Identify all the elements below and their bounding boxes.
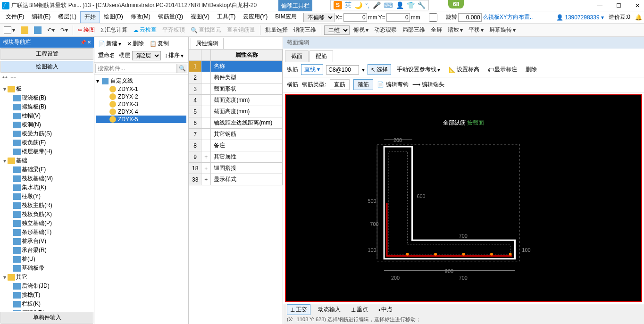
floor-select[interactable]: 第2层 <box>132 51 161 60</box>
shirt-icon[interactable]: 👕 <box>407 1 415 9</box>
tree-node[interactable]: 集水坑(K) <box>1 183 93 192</box>
collapse-all-icon[interactable]: ⁻⁻ <box>10 75 16 82</box>
rebar-3d-button[interactable]: 钢筋三维 <box>292 25 318 35</box>
tree-node[interactable]: 承台梁(R) <box>1 246 93 255</box>
property-row[interactable]: 9+其它属性 <box>189 151 283 163</box>
new-component-button[interactable]: 📄 新建▾ <box>96 39 123 49</box>
new-file-button[interactable]: ▾ <box>2 25 17 35</box>
tree-node[interactable]: ▾其它 <box>1 273 93 282</box>
save-file-button[interactable] <box>32 25 43 35</box>
component-instance-tree[interactable]: ▾自定义线ZDYX-1ZDYX-2ZDYX-3ZDYX-4ZDYX-5 <box>94 75 188 324</box>
line-type-select[interactable]: 直线 ▾ <box>301 64 323 75</box>
property-row[interactable]: 7其它钢筋 <box>189 129 283 140</box>
open-file-button[interactable] <box>19 25 30 35</box>
list-item[interactable]: ZDYX-3 <box>96 100 186 108</box>
ortho-button[interactable]: ⊥ 正交 <box>287 304 310 315</box>
layout-hint[interactable]: 么筏板XY方向布置.. <box>483 13 533 21</box>
dynamic-input-button[interactable]: 动态输入 <box>315 305 343 315</box>
tree-node[interactable]: 挑檐(T) <box>1 291 93 299</box>
menu-工具(T)[interactable]: 工具(T) <box>213 11 239 23</box>
tree-node[interactable]: 柱帽(V) <box>1 111 93 120</box>
tree-node[interactable]: 压顶(YD) <box>1 308 93 311</box>
delete-rebar-button[interactable]: 删除 <box>523 65 540 75</box>
view-rebar-button[interactable]: 查看钢筋量 <box>225 25 257 35</box>
tree-node[interactable]: 现浇板(B) <box>1 93 93 102</box>
tree-node[interactable]: 基础梁(F) <box>1 165 93 174</box>
tree-node[interactable]: 桩承台(V) <box>1 237 93 246</box>
rebar-spec-input[interactable] <box>326 65 359 75</box>
search-input[interactable] <box>95 64 177 73</box>
pan-button[interactable]: 平移▾ <box>467 25 485 35</box>
tree-node[interactable]: ▾板 <box>1 84 93 93</box>
section-tab[interactable]: 配筋 <box>309 50 333 62</box>
tree-node[interactable]: 筏板负筋(X) <box>1 210 93 219</box>
tree-node[interactable]: 板受力筋(S) <box>1 129 93 138</box>
single-component-button[interactable]: 单构件输入 <box>0 312 93 324</box>
punct-icon[interactable]: °, <box>365 1 370 9</box>
notification-badge[interactable]: 68 <box>448 0 464 8</box>
list-item[interactable]: ZDYX-2 <box>96 93 186 100</box>
mic-icon[interactable]: 🎤 <box>373 1 381 9</box>
rotate-input[interactable] <box>458 13 482 22</box>
tree-node[interactable]: 独立基础(P) <box>1 219 93 228</box>
wrench-icon[interactable]: 🔧 <box>418 1 426 9</box>
edit-end-button[interactable]: ⟶ 编辑端头 <box>412 81 444 89</box>
show-label-button[interactable]: 🏷 显示标注 <box>485 65 520 75</box>
section-tab[interactable]: 截面 <box>285 50 309 62</box>
list-item[interactable]: ZDYX-4 <box>96 108 186 116</box>
x-input[interactable] <box>343 13 367 22</box>
zoom-button[interactable]: 缩放▾ <box>446 25 465 35</box>
menu-文件(F)[interactable]: 文件(F) <box>2 11 28 23</box>
tree-node[interactable]: 桩(U) <box>1 255 93 264</box>
tree-node[interactable]: 筏板基础(M) <box>1 174 93 183</box>
search-button[interactable]: 🔍 <box>177 64 187 73</box>
find-element-button[interactable]: 🔍 查找图元 <box>189 25 223 35</box>
batch-select-button[interactable]: 批量选择 <box>263 25 290 35</box>
undo-button[interactable]: ↶▾ <box>45 26 57 34</box>
tree-node[interactable]: ▾基础 <box>1 156 93 165</box>
property-table[interactable]: 属性名称 1名称2构件类型3截面形状4截面宽度(mm)5截面高度(mm)6轴线距… <box>189 49 283 185</box>
y-input[interactable] <box>386 13 410 22</box>
property-row[interactable]: 1名称 <box>189 61 283 72</box>
manual-ref-button[interactable]: 手动设置参考线 ▾ <box>394 65 443 75</box>
project-settings-button[interactable]: 工程设置 <box>0 48 93 60</box>
property-row[interactable]: 2构件类型 <box>189 72 283 83</box>
tree-node[interactable]: 柱墩(Y) <box>1 192 93 201</box>
minimize-button[interactable]: — <box>595 1 604 10</box>
flat-top-button[interactable]: 平齐板顶 <box>160 25 187 35</box>
menu-开始[interactable]: 开始 <box>80 11 100 23</box>
list-root[interactable]: ▾自定义线 <box>96 76 186 85</box>
screen-rotate-button[interactable]: 屏幕旋转▾ <box>487 25 518 35</box>
menu-修改(M)[interactable]: 修改(M) <box>127 11 154 23</box>
draw-button[interactable]: ✏ 绘图 <box>76 25 97 35</box>
draw-input-button[interactable]: 绘图输入 <box>0 61 93 73</box>
component-tree[interactable]: ▾板现浇板(B)螺旋板(B)柱帽(V)板洞(N)板受力筋(S)板负筋(F)楼层板… <box>0 83 94 311</box>
bell-icon[interactable]: 🔔 <box>635 14 642 21</box>
stirrup-button[interactable]: 箍筋 <box>353 79 373 90</box>
property-row[interactable]: 6轴线距左边线距离(mm) <box>189 117 283 129</box>
property-row[interactable]: 33+显示样式 <box>189 174 283 185</box>
straight-rebar-button[interactable]: 直筋 <box>330 79 350 90</box>
list-item[interactable]: ZDYX-1 <box>96 85 186 93</box>
menu-钢筋量(Q)[interactable]: 钢筋量(Q) <box>154 11 187 23</box>
section-canvas[interactable]: 全部纵筋 按截面 200 500 60 <box>285 94 642 302</box>
menu-云应用(Y)[interactable]: 云应用(Y) <box>239 11 271 23</box>
tree-node[interactable]: 板洞(N) <box>1 120 93 129</box>
tree-node[interactable]: 筏板主筋(R) <box>1 201 93 210</box>
sum-button[interactable]: Σ 汇总计算 <box>99 25 129 35</box>
copy-component-button[interactable]: 📋 复制 <box>148 39 171 49</box>
property-row[interactable]: 8备注 <box>189 140 283 151</box>
tree-node[interactable]: 楼层板带(H) <box>1 147 93 156</box>
menu-楼层(L)[interactable]: 楼层(L) <box>54 11 80 23</box>
close-button[interactable]: ✕ <box>633 1 642 10</box>
menu-视图(V)[interactable]: 视图(V) <box>187 11 213 23</box>
view-2d-select[interactable]: 二维 <box>324 25 350 35</box>
perp-snap-button[interactable]: ⊥ 垂点 <box>348 305 371 315</box>
redo-button[interactable]: ↷▾ <box>59 26 70 34</box>
dynamic-view-button[interactable]: 动态观察 <box>372 25 399 35</box>
menu-绘图(D)[interactable]: 绘图(D) <box>100 11 127 23</box>
select-tool-button[interactable]: ↖ 选择 <box>368 64 391 75</box>
tree-node[interactable]: 条形基础(T) <box>1 228 93 237</box>
keyboard-icon[interactable]: ⌨ <box>384 1 393 9</box>
property-row[interactable]: 3截面形状 <box>189 83 283 95</box>
